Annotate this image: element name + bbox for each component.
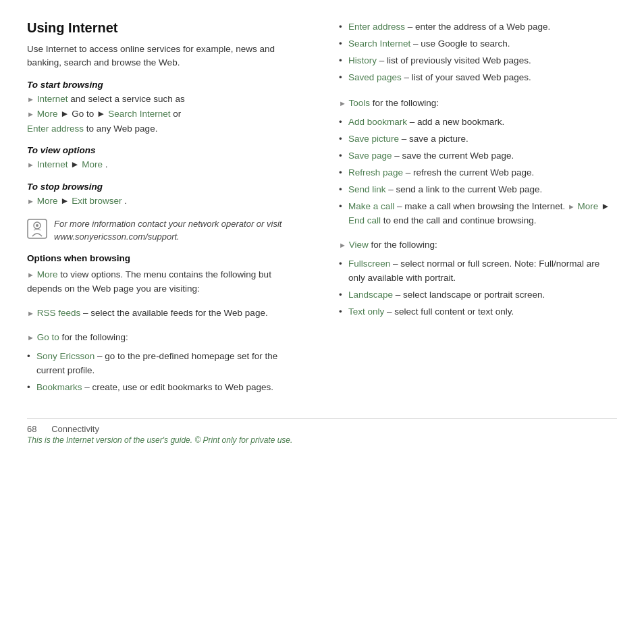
start-browsing-line1: ► Internet and select a service such as	[27, 92, 305, 106]
right-column: Enter address – enter the address of a W…	[332, 20, 617, 404]
saved-pages-text: – list of your saved Web pages.	[404, 72, 531, 82]
list-item: Save picture – save a picture.	[339, 132, 617, 146]
list-item: Landscape – select landscape or portrait…	[339, 288, 617, 302]
save-picture-label: Save picture	[348, 134, 399, 144]
footer-page: 68 Connectivity	[27, 424, 617, 434]
view-label: View	[349, 240, 369, 250]
rss-line: ► RSS feeds – select the available feeds…	[27, 306, 305, 321]
make-call-label: Make a call	[348, 201, 394, 211]
arrow-icon9: ►	[568, 203, 575, 211]
landscape-text: – select landscape or portrait screen.	[396, 290, 545, 300]
list-item: Add bookmark – add a new bookmark.	[339, 115, 617, 130]
list-item: Fullscreen – select normal or full scree…	[339, 257, 617, 286]
search-internet-link: Search Internet	[108, 109, 170, 119]
arrow-icon: ►	[27, 95, 34, 103]
save-picture-text: – save a picture.	[402, 134, 468, 144]
line2-or: or	[173, 109, 181, 119]
list-item: Make a call – make a call when browsing …	[339, 200, 617, 228]
more-link2: More	[82, 159, 103, 169]
note-text: For more information contact your networ…	[54, 217, 305, 244]
goto-item: ► Go to for the following: Sony Ericsson…	[27, 330, 305, 395]
internet-link2: Internet	[37, 159, 68, 169]
saved-pages-label: Saved pages	[348, 72, 402, 82]
enter-address-link: Enter address	[27, 124, 84, 134]
page-title: Using Internet	[27, 20, 305, 36]
arrow-sep3: ►	[60, 196, 72, 206]
page-label: Connectivity	[51, 424, 99, 434]
page-label-spacer	[39, 424, 49, 434]
goto-label: Go to	[37, 332, 59, 342]
rss-text: – select the available feeds for the Web…	[83, 308, 268, 318]
history-text: – list of previously visited Web pages.	[379, 55, 531, 65]
send-link-label: Send link	[348, 184, 386, 194]
view-options-section: To view options ► Internet ► More .	[27, 145, 305, 171]
text-only-text: – select full content or text only.	[387, 306, 514, 317]
refresh-page-label: Refresh page	[348, 167, 403, 178]
more-link3: More	[37, 196, 58, 206]
tools-section: ► Tools for the following: Add bookmark …	[339, 96, 617, 228]
view-section: ► View for the following: Fullscreen – s…	[339, 238, 617, 319]
note-icon	[27, 219, 47, 239]
rss-item: ► RSS feeds – select the available feeds…	[27, 306, 305, 321]
options-intro: ► More to view options. The menu contain…	[27, 267, 305, 296]
list-item: Save page – save the current Web page.	[339, 149, 617, 163]
list-item: Refresh page – refresh the current Web p…	[339, 166, 617, 180]
view-options-heading: To view options	[27, 145, 305, 155]
options-heading: Options when browsing	[27, 253, 305, 263]
list-item: Text only – select full content or text …	[339, 305, 617, 319]
enter-address-label: Enter address	[348, 22, 405, 32]
make-call-text: – make a call when browsing the Internet…	[397, 201, 568, 211]
list-item: Enter address – enter the address of a W…	[339, 20, 617, 34]
stop-browsing-heading: To stop browsing	[27, 182, 305, 192]
save-page-text: – save the current Web page.	[394, 151, 514, 161]
view-text: for the following:	[371, 240, 437, 250]
page-layout: Using Internet Use Internet to access on…	[27, 20, 617, 445]
left-column: Using Internet Use Internet to access on…	[27, 20, 312, 404]
options-intro-text: to view options. The menu contains the f…	[27, 269, 271, 294]
arrow-sep4: ►	[601, 201, 610, 211]
arrow-icon6: ►	[27, 309, 34, 317]
more-link1: More	[37, 109, 58, 119]
send-link-text: – send a link to the current Web page.	[388, 184, 542, 194]
bookmarks-text: – create, use or edit bookmarks to Web p…	[84, 382, 273, 392]
goto-text: for the following:	[61, 332, 128, 342]
options-section: Options when browsing ► More to view opt…	[27, 253, 305, 296]
arrow-separator1: ► Go to ►	[60, 109, 108, 119]
sony-ericsson-label: Sony Ericsson	[36, 351, 95, 361]
line3-text: to any Web page.	[86, 124, 158, 134]
tools-line: ► Tools for the following:	[339, 96, 617, 111]
refresh-page-text: – refresh the current Web page.	[406, 167, 534, 178]
search-internet-label: Search Internet	[348, 38, 410, 49]
arrow-icon4: ►	[27, 197, 34, 205]
arrow-icon2: ►	[27, 110, 34, 118]
history-label: History	[348, 55, 377, 65]
list-item: Search Internet – use Google to search.	[339, 37, 617, 51]
list-item: Sony Ericsson – go to the pre-defined ho…	[27, 350, 305, 378]
start-browsing-line3: Enter address to any Web page.	[27, 122, 305, 136]
landscape-label: Landscape	[348, 290, 393, 300]
rss-feeds-label: RSS feeds	[37, 308, 81, 318]
internet-link: Internet	[37, 94, 68, 104]
arrow-icon5: ►	[27, 271, 34, 279]
arrow-icon7: ►	[27, 333, 34, 342]
more-link4: More	[37, 269, 58, 279]
tools-label: Tools	[348, 98, 370, 108]
stop-browsing-section: To stop browsing ► More ► Exit browser .	[27, 182, 305, 208]
line1-text: and select a service such as	[70, 94, 185, 104]
footer: 68 Connectivity This is the Internet ver…	[27, 418, 617, 445]
goto-bullet-list: Sony Ericsson – go to the pre-defined ho…	[27, 350, 305, 395]
bookmarks-label: Bookmarks	[36, 382, 82, 392]
arrow-icon10: ►	[339, 241, 346, 249]
end-call-label: End call	[348, 215, 381, 225]
tools-text: for the following:	[373, 98, 439, 108]
top-bullet-list: Enter address – enter the address of a W…	[339, 20, 617, 85]
list-item: Saved pages – list of your saved Web pag…	[339, 71, 617, 85]
add-bookmark-label: Add bookmark	[348, 117, 407, 127]
tools-bullet-list: Add bookmark – add a new bookmark. Save …	[339, 115, 617, 227]
save-page-label: Save page	[348, 151, 392, 161]
goto-line: ► Go to for the following:	[27, 330, 305, 345]
svg-point-2	[36, 224, 38, 227]
list-item: History – list of previously visited Web…	[339, 54, 617, 68]
start-browsing-section: To start browsing ► Internet and select …	[27, 80, 305, 136]
search-internet-text: – use Google to search.	[413, 38, 510, 49]
